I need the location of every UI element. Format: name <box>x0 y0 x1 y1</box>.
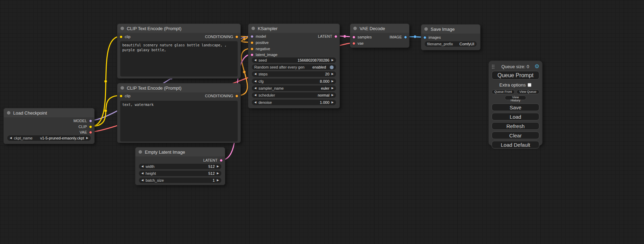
input-dot-negative[interactable] <box>250 47 254 51</box>
input-slot-clip[interactable]: clip <box>120 93 131 98</box>
clear-button[interactable]: Clear <box>492 132 539 139</box>
widget-scheduler[interactable]: ◀ scheduler normal ▶ <box>252 92 336 98</box>
output-dot-image[interactable] <box>404 36 407 39</box>
input-slot-vae[interactable]: vae <box>352 41 364 46</box>
collapse-dot-icon[interactable] <box>121 27 124 30</box>
widget-width[interactable]: ◀ width 512 ▶ <box>139 164 221 169</box>
increment-arrow-icon[interactable]: ▶ <box>332 80 334 83</box>
output-slot-conditioning[interactable]: CONDITIONING <box>205 93 238 98</box>
output-dot-model[interactable] <box>89 119 92 123</box>
node-vae-decode[interactable]: VAE Decode samples vae IMAGE <box>350 24 409 48</box>
node-clip-text-encode-positive[interactable]: CLIP Text Encode (Prompt) clip CONDITION… <box>117 24 241 79</box>
decrement-arrow-icon[interactable]: ◀ <box>254 101 256 104</box>
widget-seed[interactable]: ◀ seed 156680208700286 ▶ <box>252 57 336 63</box>
toggle-knob-icon[interactable] <box>330 65 334 69</box>
increment-arrow-icon[interactable]: ▶ <box>332 59 334 62</box>
node-title-bar[interactable]: CLIP Text Encode (Prompt) <box>117 24 240 33</box>
settings-gear-icon[interactable]: ⚙ <box>535 64 539 69</box>
decrement-arrow-icon[interactable]: ◀ <box>141 172 143 175</box>
output-slot-conditioning[interactable]: CONDITIONING <box>205 34 238 39</box>
output-slot-vae[interactable]: VAE <box>80 130 92 135</box>
node-clip-text-encode-negative[interactable]: CLIP Text Encode (Prompt) clip CONDITION… <box>117 83 241 143</box>
increment-arrow-icon[interactable]: ▶ <box>217 172 219 175</box>
queue-front-button[interactable]: Queue Front <box>492 90 515 94</box>
save-button[interactable]: Save <box>492 103 539 111</box>
input-dot-vae[interactable] <box>352 42 355 45</box>
node-title-bar[interactable]: CLIP Text Encode (Prompt) <box>117 83 240 92</box>
output-dot-conditioning[interactable] <box>235 94 238 98</box>
prompt-text-input[interactable]: beautiful scenery nature glass bottle la… <box>120 41 238 76</box>
decrement-arrow-icon[interactable]: ◀ <box>254 73 256 75</box>
node-title-bar[interactable]: VAE Decode <box>350 24 409 33</box>
decrement-arrow-icon[interactable]: ◀ <box>254 80 256 83</box>
input-slot-negative[interactable]: negative <box>250 46 270 51</box>
input-dot-latent-image[interactable] <box>250 53 254 56</box>
node-ksampler[interactable]: KSampler model positive negative latent_… <box>248 24 340 108</box>
output-dot-latent[interactable] <box>220 159 223 162</box>
input-slot-model[interactable]: model <box>250 34 266 39</box>
output-dot-clip[interactable] <box>89 125 92 128</box>
widget-sampler-name[interactable]: ◀ sampler_name euler ▶ <box>252 85 336 91</box>
increment-arrow-icon[interactable]: ▶ <box>217 179 219 182</box>
decrement-arrow-icon[interactable]: ◀ <box>141 179 143 182</box>
output-dot-vae[interactable] <box>89 131 92 134</box>
prompt-text-input[interactable]: text, watermark <box>120 101 238 142</box>
prev-option-arrow-icon[interactable]: ◀ <box>254 94 256 97</box>
increment-arrow-icon[interactable]: ▶ <box>217 165 219 168</box>
collapse-dot-icon[interactable] <box>121 86 124 90</box>
collapse-dot-icon[interactable] <box>424 27 428 31</box>
decrement-arrow-icon[interactable]: ◀ <box>10 137 12 139</box>
collapse-dot-icon[interactable] <box>7 111 10 115</box>
input-slot-samples[interactable]: samples <box>352 35 372 39</box>
increment-arrow-icon[interactable]: ▶ <box>332 101 334 104</box>
input-slot-images[interactable]: images <box>423 35 441 40</box>
node-empty-latent-image[interactable]: Empty Latent Image LATENT ◀ width 512 ▶ … <box>135 147 225 185</box>
load-button[interactable]: Load <box>492 113 539 120</box>
output-slot-clip[interactable]: CLIP <box>79 124 92 129</box>
next-option-arrow-icon[interactable]: ▶ <box>332 87 334 90</box>
node-save-image[interactable]: Save Image images filename_prefix ComfyU… <box>421 24 480 50</box>
input-dot-clip[interactable] <box>120 94 123 98</box>
view-queue-button[interactable]: View Queue <box>517 90 540 94</box>
node-title-bar[interactable]: Empty Latent Image <box>135 147 225 156</box>
extra-options-checkbox[interactable] <box>528 83 531 87</box>
node-title-bar[interactable]: Save Image <box>421 25 480 34</box>
view-history-button[interactable]: View History <box>505 96 526 100</box>
collapse-dot-icon[interactable] <box>353 27 357 30</box>
input-dot-positive[interactable] <box>250 41 254 44</box>
output-dot-latent[interactable] <box>334 35 337 38</box>
widget-height[interactable]: ◀ height 512 ▶ <box>139 171 221 176</box>
load-default-button[interactable]: Load Default <box>492 141 539 148</box>
collapse-dot-icon[interactable] <box>139 150 142 154</box>
output-slot-latent[interactable]: LATENT <box>203 158 223 163</box>
node-load-checkpoint[interactable]: Load Checkpoint MODEL CLIP VAE ◀ ckpt_na… <box>3 108 95 144</box>
input-dot-samples[interactable] <box>352 36 355 39</box>
output-slot-image[interactable]: IMAGE <box>390 35 407 39</box>
input-slot-latent-image[interactable]: latent_image <box>250 52 277 57</box>
input-slot-clip[interactable]: clip <box>120 34 131 39</box>
refresh-button[interactable]: Refresh <box>492 122 539 130</box>
widget-cfg[interactable]: ◀ cfg 8.000 ▶ <box>252 79 336 84</box>
queue-prompt-button[interactable]: Queue Prompt <box>492 71 539 80</box>
output-slot-model[interactable]: MODEL <box>73 118 92 123</box>
next-option-arrow-icon[interactable]: ▶ <box>332 94 334 97</box>
widget-random-seed-toggle[interactable]: Random seed after every gen enabled <box>252 64 336 70</box>
input-dot-images[interactable] <box>423 36 426 39</box>
increment-arrow-icon[interactable]: ▶ <box>332 73 334 75</box>
input-dot-clip[interactable] <box>120 35 123 38</box>
widget-ckpt-name[interactable]: ◀ ckpt_name v1-5-pruned-emaonly.ckpt ▶ <box>7 135 91 141</box>
increment-arrow-icon[interactable]: ▶ <box>86 137 88 139</box>
widget-steps[interactable]: ◀ steps 20 ▶ <box>252 71 336 77</box>
drag-handle-icon[interactable] <box>492 64 495 69</box>
output-slot-latent[interactable]: LATENT <box>318 34 337 39</box>
widget-batch-size[interactable]: ◀ batch_size 1 ▶ <box>139 178 221 183</box>
input-dot-model[interactable] <box>250 35 254 38</box>
widget-denoise[interactable]: ◀ denoise 1.000 ▶ <box>252 100 336 105</box>
output-dot-conditioning[interactable] <box>235 35 238 38</box>
widget-filename-prefix[interactable]: filename_prefix ComfyUI <box>425 41 477 47</box>
decrement-arrow-icon[interactable]: ◀ <box>254 59 256 62</box>
input-slot-positive[interactable]: positive <box>250 40 268 45</box>
decrement-arrow-icon[interactable]: ◀ <box>141 165 143 168</box>
collapse-dot-icon[interactable] <box>252 27 255 30</box>
node-title-bar[interactable]: Load Checkpoint <box>4 108 94 117</box>
